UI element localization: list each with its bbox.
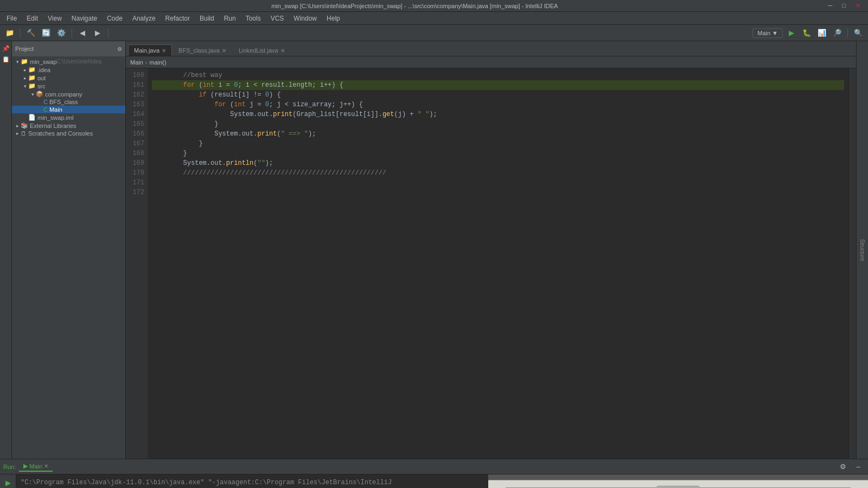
menu-item-file[interactable]: File — [2, 14, 21, 23]
run-controls: ⚙ – — [837, 460, 865, 473]
tab-linkedlist[interactable]: LinkedList.java ✕ — [233, 44, 291, 56]
bc-method[interactable]: main() — [150, 59, 167, 66]
tree-item-.idea[interactable]: ▸📁.idea — [12, 66, 125, 74]
menu-item-build[interactable]: Build — [195, 14, 219, 23]
structure-label: Structure — [859, 239, 865, 261]
whiteboard-panel: 7 2 4 In put array 2 7 4 — [488, 474, 868, 488]
sep4 — [847, 28, 848, 38]
debug-btn[interactable]: 🐛 — [800, 27, 813, 40]
tree-item-out[interactable]: ▸📁out — [12, 74, 125, 82]
settings-btn[interactable]: ⚙️ — [55, 27, 68, 40]
menu-item-code[interactable]: Code — [103, 14, 127, 23]
tab-close-ll[interactable]: ✕ — [280, 48, 285, 54]
structure-tool-btn[interactable]: 📋 — [1, 54, 11, 64]
tree-item-bfs_class[interactable]: CBFS_class — [12, 98, 125, 106]
console-line-cmd: "C:\Program Files\Java\jdk-11.0.1\bin\ja… — [21, 478, 484, 488]
run-config-selector[interactable]: Main ▼ — [752, 28, 783, 38]
menu-item-tools[interactable]: Tools — [241, 14, 265, 23]
run-body: ▶ ■ ⏸ 📋 ✕ 📌 "C:\Program Files\Java\jdk-1… — [0, 474, 868, 488]
run-tabs-bar: Run: ▶ Main ✕ ⚙ – — [0, 459, 868, 474]
bc-main[interactable]: Main — [130, 59, 143, 66]
run-config-label: Main — [757, 30, 770, 36]
tab-label: BFS_class.java — [178, 47, 220, 54]
menu-item-help[interactable]: Help — [322, 14, 344, 23]
menu-item-vcs[interactable]: VCS — [266, 14, 289, 23]
rerun-btn[interactable]: ▶ — [2, 477, 14, 488]
tree-item-min_swap[interactable]: ▾📁min_swap C:\Users\intel\Idea — [12, 57, 125, 66]
project-header-icon: ⚙ — [117, 46, 122, 52]
run-pin-btn[interactable]: – — [852, 460, 865, 473]
main-layout: 📌 📋 Project ⚙ ▾📁min_swap C:\Users\intel\… — [0, 41, 868, 459]
line-numbers: 160 161 162 163 164 165 166 167 168 169 … — [126, 68, 148, 459]
project-panel-header: Project ⚙ — [12, 41, 125, 56]
run-settings-btn[interactable]: ⚙ — [837, 460, 850, 473]
project-icon[interactable]: 📁 — [3, 27, 16, 40]
code-line-169: } — [152, 149, 844, 158]
editor-tabs: Main.java ✕ BFS_class.java ✕ LinkedList.… — [126, 41, 856, 56]
sep1 — [20, 28, 21, 38]
sync-btn[interactable]: 🔄 — [40, 27, 53, 40]
run-tab-main[interactable]: ▶ Main ✕ — [19, 461, 53, 472]
project-header-label: Project — [15, 46, 34, 52]
menu-item-window[interactable]: Window — [289, 14, 321, 23]
toolbar: 📁 🔨 🔄 ⚙️ ◀ ▶ Main ▼ ▶ 🐛 📊 🔎 🔍 — [0, 25, 868, 41]
menu-item-view[interactable]: View — [43, 14, 66, 23]
tree-item-external-libraries[interactable]: ▸📚External Libraries — [12, 121, 125, 130]
minimize-btn[interactable]: ─ — [825, 2, 836, 9]
svg-rect-6 — [656, 486, 700, 489]
run-sidebar: ▶ ■ ⏸ 📋 ✕ 📌 — [0, 474, 16, 488]
whiteboard-svg: 7 2 4 In put array 2 7 4 — [488, 474, 868, 488]
project-panel: Project ⚙ ▾📁min_swap C:\Users\intel\Idea… — [12, 41, 126, 459]
tab-main-java[interactable]: Main.java ✕ — [128, 44, 172, 56]
run-tab-close[interactable]: ✕ — [44, 463, 48, 469]
menu-item-navigate[interactable]: Navigate — [67, 14, 101, 23]
run-tab-label: Main — [29, 463, 42, 470]
code-line-166: } — [152, 119, 844, 129]
editor-area: Main.java ✕ BFS_class.java ✕ LinkedList.… — [126, 41, 856, 459]
tree-item-scratches-and-consoles[interactable]: ▸🗒Scratches and Consoles — [12, 130, 125, 137]
structure-panel: Structure — [856, 41, 868, 459]
code-line-165: System.out.print(Graph_list[result[i]].g… — [152, 110, 844, 119]
tab-close-main[interactable]: ✕ — [162, 48, 166, 54]
tab-label: LinkedList.java — [239, 47, 278, 54]
code-line-163: if (result[i] != 0) { — [152, 90, 844, 100]
left-tool-strip: 📌 📋 — [0, 41, 12, 459]
tab-bfs-class[interactable]: BFS_class.java ✕ — [173, 44, 232, 56]
run-panel: Run: ▶ Main ✕ ⚙ – ▶ ■ ⏸ 📋 ✕ 📌 "C:\Progra… — [0, 459, 868, 488]
sep2 — [72, 28, 72, 38]
tree-item-src[interactable]: ▾📁src — [12, 82, 125, 90]
project-tool-btn[interactable]: 📌 — [1, 43, 11, 53]
menu-item-refactor[interactable]: Refactor — [161, 14, 194, 23]
tree-item-main[interactable]: CMain — [12, 106, 125, 113]
maximize-btn[interactable]: □ — [839, 2, 849, 9]
menu-item-run[interactable]: Run — [220, 14, 240, 23]
toolbar-right: Main ▼ ▶ 🐛 📊 🔎 🔍 — [752, 27, 865, 40]
code-editor[interactable]: 160 161 162 163 164 165 166 167 168 169 … — [126, 68, 856, 459]
menu-item-analyze[interactable]: Analyze — [128, 14, 160, 23]
run-label: Run: — [3, 464, 16, 470]
run-btn[interactable]: ▶ — [785, 27, 798, 40]
forward-btn[interactable]: ▶ — [91, 27, 104, 40]
coverage-btn[interactable]: 🔎 — [831, 27, 844, 40]
title-text: min_swap [C:\Users\intel\IdeaProjects\mi… — [4, 3, 825, 9]
tree-item-min_swap.iml[interactable]: 📄min_swap.iml — [12, 113, 125, 121]
run-tab-icon: ▶ — [23, 463, 28, 470]
code-line-167: System.out.print(" ==> "); — [152, 129, 844, 139]
project-tree: ▾📁min_swap C:\Users\intel\Idea▸📁.idea▸📁o… — [12, 56, 125, 459]
breadcrumb: Main › main() — [126, 56, 856, 68]
build-btn[interactable]: 🔨 — [24, 27, 37, 40]
menu-item-edit[interactable]: Edit — [22, 14, 42, 23]
code-content[interactable]: //best way for (int i = 0; i < result.le… — [148, 68, 848, 459]
search-everywhere-btn[interactable]: 🔍 — [852, 27, 865, 40]
tab-close-bfs[interactable]: ✕ — [222, 48, 226, 54]
run-content: "C:\Program Files\Java\jdk-11.0.1\bin\ja… — [16, 474, 868, 488]
close-btn[interactable]: ✕ — [852, 2, 864, 9]
sep3 — [108, 28, 108, 38]
tree-item-com.company[interactable]: ▾📦com.company — [12, 90, 125, 98]
code-line-172: ////////////////////////////////////////… — [152, 168, 844, 178]
menu-bar: FileEditViewNavigateCodeAnalyzeRefactorB… — [0, 12, 868, 25]
tab-label: Main.java — [134, 47, 159, 54]
console-output: "C:\Program Files\Java\jdk-11.0.1\bin\ja… — [16, 474, 488, 488]
profile-btn[interactable]: 📊 — [815, 27, 828, 40]
back-btn[interactable]: ◀ — [76, 27, 89, 40]
